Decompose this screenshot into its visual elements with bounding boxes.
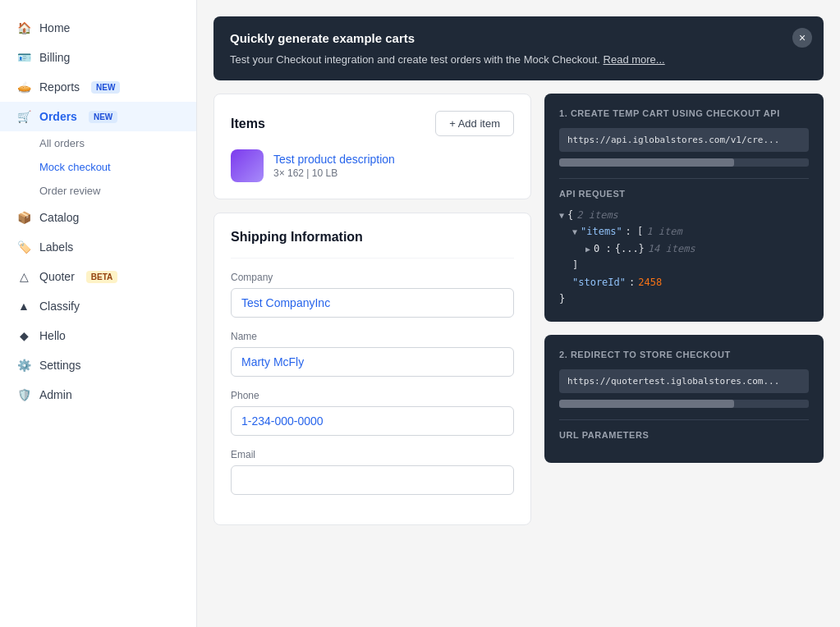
banner-close-button[interactable]: × [792,28,812,48]
catalog-icon: 📦 [16,210,31,225]
api-card-2: 2. REDIRECT TO STORE CHECKOUT https://qu… [544,335,824,463]
company-input[interactable] [231,288,514,318]
product-row: Test product description 3× 162 | 10 LB [231,149,514,182]
api-request-label: API REQUEST [559,189,809,199]
api-divider-1 [559,178,809,179]
sidebar-item-classify[interactable]: ▲ Classify [0,291,196,321]
phone-field-group: Phone [231,390,514,436]
items-title: Items [231,117,265,131]
expand-icon-2 [572,223,577,240]
hello-icon: ◆ [16,328,31,343]
code-line-4: ] [559,257,809,273]
product-info: Test product description 3× 162 | 10 LB [273,153,395,179]
url-params-label: URL PARAMETERS [559,430,809,440]
name-field-group: Name [231,331,514,377]
main-content: Quickly generate example carts Test your… [197,0,840,627]
email-input[interactable] [231,465,514,495]
labels-icon: 🏷️ [16,240,31,254]
items-card: Items + Add item Test product descriptio… [213,94,531,199]
api-scrollbar-1[interactable] [559,158,809,167]
home-icon: 🏠 [16,21,31,35]
product-meta: 3× 162 | 10 LB [273,167,395,179]
settings-icon: ⚙️ [16,358,31,373]
add-item-button[interactable]: + Add item [435,111,514,136]
sidebar-item-reports[interactable]: 🥧 Reports NEW [0,72,196,102]
sidebar-sub-order-review[interactable]: Order review [0,179,196,203]
product-thumbnail [231,149,264,182]
sidebar-item-hello[interactable]: ◆ Hello [0,321,196,350]
phone-label: Phone [231,390,514,401]
phone-input[interactable] [231,406,514,436]
name-input[interactable] [231,347,514,377]
api-divider-2 [559,419,809,420]
billing-icon: 🪪 [16,50,31,65]
sidebar-item-orders[interactable]: 🛒 Orders NEW [0,102,196,131]
classify-icon: ▲ [16,299,31,314]
reports-icon: 🥧 [16,80,31,94]
items-header: Items + Add item [231,111,514,136]
sidebar-item-billing[interactable]: 🪪 Billing [0,43,196,72]
orders-icon: 🛒 [16,109,31,124]
api-url-2: https://quotertest.iglobalstores.com... [559,369,809,393]
code-line-1: { 2 items [559,207,809,223]
sidebar-item-home[interactable]: 🏠 Home [0,13,196,43]
name-label: Name [231,331,514,342]
company-field-group: Company [231,272,514,318]
sidebar-item-labels[interactable]: 🏷️ Labels [0,232,196,262]
expand-icon-1 [559,207,564,223]
banner-text: Test your Checkout integration and creat… [230,53,807,66]
api-step-1-label: 1. CREATE TEMP CART USING CHECKOUT API [559,108,809,118]
sidebar: 🏠 Home 🪪 Billing 🥧 Reports NEW 🛒 Orders … [0,0,197,627]
api-step-2-label: 2. REDIRECT TO STORE CHECKOUT [559,350,809,359]
left-panel: Items + Add item Test product descriptio… [213,94,531,525]
email-label: Email [231,449,514,460]
company-label: Company [231,272,514,283]
reports-badge: NEW [91,81,120,94]
banner-read-more-link[interactable]: Read more... [604,53,665,66]
sidebar-item-admin[interactable]: 🛡️ Admin [0,380,196,410]
sidebar-sub-mock-checkout[interactable]: Mock checkout [0,155,196,179]
quoter-icon: △ [16,269,31,284]
sidebar-item-settings[interactable]: ⚙️ Settings [0,350,196,380]
api-url-1: https://api.iglobalstores.com/v1/cre... [559,128,809,152]
api-scrollbar-2[interactable] [559,400,809,408]
api-card-1: 1. CREATE TEMP CART USING CHECKOUT API h… [544,94,824,322]
shipping-title: Shipping Information [231,230,514,259]
sidebar-item-quoter[interactable]: △ Quoter BETA [0,262,196,291]
right-panel: 1. CREATE TEMP CART USING CHECKOUT API h… [544,94,824,463]
code-line-5: "storeId" : 2458 [559,274,809,291]
code-line-3: 0 : {...} 14 items [559,240,809,257]
sidebar-item-catalog[interactable]: 📦 Catalog [0,203,196,232]
expand-icon-3 [585,240,590,257]
code-line-6: } [559,291,809,307]
api-code-block: { 2 items "items" : [ 1 item 0 : {...} 1… [559,207,809,307]
quoter-badge: BETA [86,271,117,283]
sidebar-sub-all-orders[interactable]: All orders [0,131,196,155]
banner: Quickly generate example carts Test your… [213,16,824,80]
code-line-2: "items" : [ 1 item [559,223,809,240]
content-row: Items + Add item Test product descriptio… [213,94,824,525]
product-name: Test product description [273,153,395,166]
orders-badge: NEW [89,111,117,123]
shipping-card: Shipping Information Company Name Phone … [213,213,531,525]
admin-icon: 🛡️ [16,387,31,402]
email-field-group: Email [231,449,514,495]
banner-title: Quickly generate example carts [230,31,807,45]
